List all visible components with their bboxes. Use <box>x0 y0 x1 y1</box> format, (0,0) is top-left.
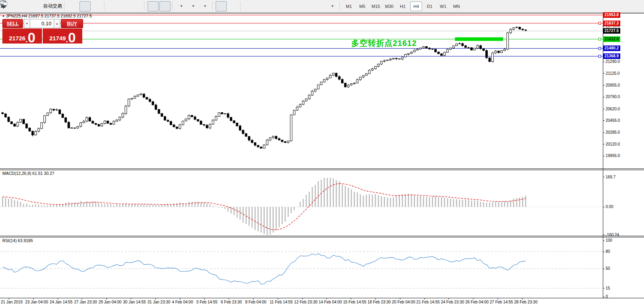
rsi-scale-label: 80 <box>606 249 610 254</box>
chart-shift-icon[interactable] <box>159 1 170 11</box>
pivot-annotation: 多空转折点21612 <box>351 38 417 49</box>
timeframe-w1[interactable]: W1 <box>437 2 449 11</box>
chevron-down-icon: ▼ <box>180 4 183 8</box>
macd-chart <box>0 170 603 236</box>
price-level-tag[interactable]: 21837.3 <box>603 21 620 26</box>
symbol-title: ▲JPN225,H4 21697.5 21737.5 21692.5 21727… <box>2 13 92 18</box>
panel-border <box>0 298 644 298</box>
price-scale[interactable]: 21795.021290.021125.020955.020790.020620… <box>603 13 644 298</box>
time-tick-label: 24 Feb 23:30 <box>441 300 464 304</box>
time-scale[interactable]: 21 Jan 201923 Jan 04:0024 Jan 14:5527 Ja… <box>0 298 644 307</box>
macd-scale-label: 0.00 <box>606 205 613 209</box>
time-tick-label: 12 Feb 23:30 <box>294 300 318 304</box>
profile-icon[interactable] <box>18 1 29 11</box>
macd-scale-label: -160.24 <box>606 233 619 237</box>
price-tick-label: 19955.0 <box>606 154 620 158</box>
volume-input[interactable] <box>30 19 54 28</box>
timeframe-m5[interactable]: M5 <box>356 2 368 11</box>
arrows-button[interactable]: ▼ <box>327 1 338 11</box>
time-tick-label: 28 Feb 23:30 <box>514 300 538 304</box>
templates-button[interactable]: ▼ <box>199 1 210 11</box>
zoom-out-icon[interactable] <box>119 1 131 11</box>
price-level-tag[interactable]: 21727.5 <box>603 28 620 34</box>
price-tick-label: 20955.0 <box>606 83 620 87</box>
price-level-tag[interactable]: 21612.0 <box>603 36 620 42</box>
buy-button[interactable]: BUY <box>61 19 83 28</box>
expert-advisor-label: 自动交易 <box>43 3 62 9</box>
price-level-tag[interactable]: 21368.9 <box>603 53 620 59</box>
candlestick-chart-icon[interactable] <box>80 1 91 11</box>
search-icon[interactable] <box>620 1 631 11</box>
tile-windows-icon[interactable] <box>131 1 142 11</box>
time-tick-label: 11 Feb 14:55 <box>270 300 293 304</box>
time-tick-label: 20 Feb 04:00 <box>392 300 415 304</box>
time-tick-label: 6 Feb 23:30 <box>221 300 242 304</box>
auto-scroll-icon[interactable] <box>148 1 159 11</box>
price-tick-label: 20455.0 <box>606 118 620 123</box>
rsi-panel: RSI(14) 63.9185 <box>0 237 644 298</box>
text-icon[interactable]: A <box>303 1 314 11</box>
time-tick-label: 21 Feb 14:55 <box>417 300 440 304</box>
expert-advisor-button[interactable]: 自动交易 <box>42 1 63 11</box>
price-tick-label: 21125.0 <box>606 71 619 76</box>
volume-increase-button[interactable]: ▲ <box>54 19 60 28</box>
chevron-down-icon: ▼ <box>192 4 195 8</box>
chevron-down-icon: ▼ <box>331 4 334 8</box>
horizontal-line-icon[interactable] <box>256 1 267 11</box>
panel-separator[interactable] <box>0 237 644 237</box>
zoom-in-icon[interactable] <box>108 1 119 11</box>
order-book-icon[interactable] <box>6 1 17 11</box>
price-tick-label: 20120.0 <box>606 142 620 146</box>
panel-separator[interactable] <box>0 236 644 236</box>
price-level-tag[interactable]: 21953.8 <box>603 12 620 18</box>
time-tick-label: 8 Feb 04:00 <box>245 300 266 304</box>
chevron-down-icon: ▼ <box>204 4 207 8</box>
price-level-tag[interactable]: 21480.2 <box>603 45 620 51</box>
time-tick-label: 24 Jan 14:55 <box>50 300 73 304</box>
collapse-triangle-icon[interactable]: ▲ <box>2 14 5 17</box>
price-tick-label: 20790.0 <box>606 95 620 99</box>
bid-price[interactable]: 21726.0 <box>2 28 42 44</box>
time-tick-label: 29 Jan 04:00 <box>98 300 121 304</box>
chat-icon[interactable] <box>632 1 643 11</box>
rsi-chart <box>0 237 603 298</box>
price-tick-label: 20620.0 <box>606 107 620 111</box>
timeframe-d1[interactable]: D1 <box>424 2 436 11</box>
one-click-trading-panel: SELL ▼ ▲ BUY 21726.0 21749.0 <box>2 19 84 44</box>
signal-icon[interactable] <box>30 1 41 11</box>
cursor-icon[interactable] <box>216 1 227 11</box>
time-tick-label: 23 Jan 04:00 <box>25 300 48 304</box>
panel-separator[interactable] <box>0 170 644 170</box>
main-chart-panel: ▲JPN225,H4 21697.5 21737.5 21692.5 21727… <box>0 13 644 169</box>
vertical-line-icon[interactable] <box>244 1 255 11</box>
panel-border <box>0 13 644 13</box>
line-chart-icon[interactable] <box>91 1 102 11</box>
timeframe-mn[interactable]: MN <box>451 2 462 11</box>
timeframe-m1[interactable]: M1 <box>343 2 355 11</box>
crosshair-icon[interactable] <box>227 1 239 11</box>
periods-button[interactable]: ▼ <box>188 1 199 11</box>
time-tick-label: 31 Jan 23:30 <box>148 300 170 304</box>
macd-label: MACD(12,26,9) 61.51 30.27 <box>2 171 54 176</box>
rsi-scale-label: 50 <box>606 266 610 271</box>
panel-separator[interactable] <box>0 169 644 169</box>
time-tick-label: 27 Jan 23:30 <box>74 300 97 304</box>
bar-chart-icon[interactable] <box>68 1 79 11</box>
volume-decrease-button[interactable]: ▼ <box>24 19 30 28</box>
fibonacci-icon[interactable]: F <box>291 1 302 11</box>
ask-price[interactable]: 21749.0 <box>43 28 82 44</box>
timeframe-group: M1M5M15M30H1H4D1W1MN <box>343 2 462 11</box>
price-tick-label: 20285.0 <box>606 130 620 135</box>
timeframe-m30[interactable]: M30 <box>383 2 395 11</box>
indicators-add-button[interactable]: ▼ <box>176 1 187 11</box>
rsi-scale-label: 15 <box>606 286 610 290</box>
equidistant-channel-icon[interactable]: E <box>279 1 290 11</box>
sell-button[interactable]: SELL <box>2 19 23 28</box>
time-tick-label: 15 Feb 14:55 <box>343 300 366 304</box>
trend-line-icon[interactable] <box>267 1 278 11</box>
text-label-icon[interactable]: T <box>315 1 326 11</box>
timeframe-m15[interactable]: M15 <box>370 2 382 11</box>
price-tick-label: 21290.0 <box>606 59 620 64</box>
timeframe-h1[interactable]: H1 <box>397 2 409 11</box>
timeframe-h4[interactable]: H4 <box>410 2 422 11</box>
